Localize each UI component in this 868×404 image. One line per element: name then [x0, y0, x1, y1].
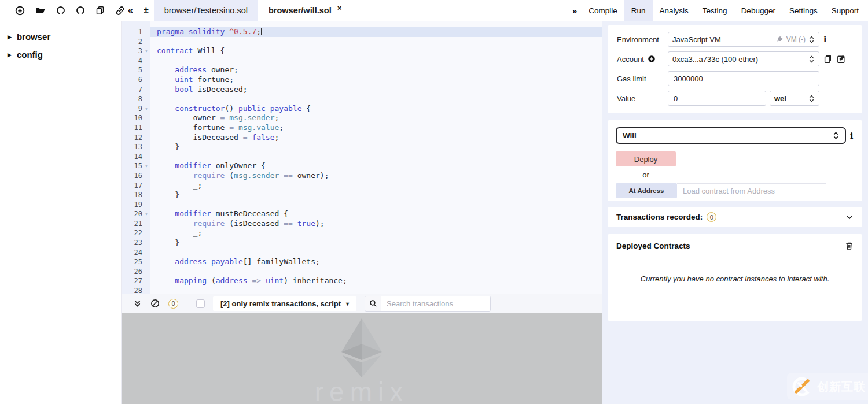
line-number: 27 [122, 276, 142, 286]
menu-item-run[interactable]: Run [624, 0, 653, 21]
menu-item-testing[interactable]: Testing [696, 0, 734, 21]
environment-info-icon[interactable]: i [823, 35, 826, 44]
brand-watermark: 创新互联 [787, 373, 868, 400]
tab-Testersino.sol[interactable]: browser/Testersino.sol [154, 0, 258, 21]
code-line-20[interactable]: 20▾ modifier mustBeDeceased { [122, 209, 602, 219]
code-text [150, 200, 157, 210]
line-number: 9 [122, 104, 142, 114]
account-select[interactable]: 0xca3...a733c (100 ether) [668, 51, 819, 66]
code-line-7[interactable]: 7 bool isDeceased; [122, 85, 602, 95]
environment-select[interactable]: JavaScript VM VM (-) [668, 32, 819, 47]
tab-will.sol[interactable]: browser/will.sol× [258, 0, 352, 21]
listen-network-checkbox[interactable] [196, 299, 205, 308]
top-menu-wrap: » CompileRunAnalysisTestingDebuggerSetti… [572, 0, 866, 21]
clear-console-icon[interactable] [150, 299, 160, 308]
add-account-icon[interactable] [648, 55, 656, 63]
contract-select[interactable]: Will [616, 127, 846, 144]
code-text: require (msg.sender == owner); [150, 171, 329, 181]
code-line-24[interactable]: 24 [122, 248, 602, 258]
sign-message-icon[interactable] [837, 54, 846, 64]
code-text: isDeceased = false; [150, 133, 279, 143]
code-line-2[interactable]: 2 [122, 37, 602, 47]
code-editor[interactable]: 1pragma solidity ^0.5.7;23▾contract Will… [122, 21, 602, 294]
value-row: Value wei [617, 88, 856, 108]
contract-info-icon[interactable]: i [850, 131, 853, 140]
code-line-3[interactable]: 3▾contract Will { [122, 46, 602, 56]
code-line-12[interactable]: 12 isDeceased = false; [122, 133, 602, 143]
sidebar-item-config[interactable]: ▶config [0, 46, 121, 64]
at-address-input[interactable] [677, 183, 826, 198]
sidebar-item-browser[interactable]: ▶browser [0, 28, 121, 46]
menu-item-settings[interactable]: Settings [782, 0, 825, 21]
code-line-22[interactable]: 22 _; [122, 228, 602, 238]
plus-circle-icon[interactable] [15, 6, 25, 16]
code-line-27[interactable]: 27 mapping (address => uint) inheritance… [122, 276, 602, 286]
code-text: mapping (address => uint) inheritance; [150, 276, 347, 286]
fold-spacer [142, 219, 150, 229]
fold-spacer [142, 65, 150, 75]
copy-account-icon[interactable] [823, 54, 833, 64]
gas-limit-input[interactable] [668, 71, 819, 86]
line-number: 22 [122, 228, 142, 238]
line-number: 7 [122, 85, 142, 95]
chevron-down-icon[interactable] [845, 213, 854, 221]
menu-item-support[interactable]: Support [825, 0, 866, 21]
terminal-filter-dropdown[interactable]: [2] only remix transactions, script ▾ [213, 296, 356, 311]
code-line-17[interactable]: 17 _; [122, 181, 602, 191]
code-line-13[interactable]: 13 } [122, 142, 602, 152]
code-line-26[interactable]: 26 [122, 267, 602, 277]
tabs-container: browser/Testersino.solbrowser/will.sol× [154, 0, 352, 21]
fold-caret-icon[interactable]: ▾ [142, 209, 150, 219]
code-line-1[interactable]: 1pragma solidity ^0.5.7; [122, 27, 602, 37]
copy-files-icon[interactable] [95, 6, 105, 15]
fold-caret-icon[interactable]: ▾ [142, 161, 150, 171]
gist-publish-icon[interactable] [76, 6, 85, 15]
fold-spacer [142, 27, 150, 37]
search-transactions-input[interactable] [381, 296, 490, 311]
code-line-14[interactable]: 14 [122, 152, 602, 162]
fold-caret-icon[interactable]: ▾ [142, 104, 150, 114]
deploy-button[interactable]: Deploy [616, 151, 676, 166]
code-line-19[interactable]: 19 [122, 200, 602, 210]
collapse-file-panel-icon[interactable]: « [128, 5, 133, 16]
code-line-8[interactable]: 8 [122, 94, 602, 104]
brand-logo-icon [791, 376, 813, 398]
terminal-expand-icon[interactable] [133, 299, 142, 308]
code-line-23[interactable]: 23 } [122, 238, 602, 248]
value-unit-select[interactable]: wei [770, 91, 819, 106]
code-text: _; [150, 228, 202, 238]
code-line-15[interactable]: 15▾ modifier onlyOwner { [122, 161, 602, 171]
code-line-21[interactable]: 21 require (isDeceased == true); [122, 219, 602, 229]
line-number: 18 [122, 190, 142, 200]
terminal-divider [183, 298, 183, 309]
code-line-6[interactable]: 6 uint fortune; [122, 75, 602, 85]
no-instances-message: Currently you have no contract instances… [616, 275, 854, 283]
search-icon [365, 296, 381, 312]
font-size-icon[interactable]: ± [144, 5, 149, 16]
folder-open-icon[interactable] [35, 6, 46, 15]
code-line-11[interactable]: 11 fortune = msg.value; [122, 123, 602, 133]
menu-item-analysis[interactable]: Analysis [653, 0, 696, 21]
code-line-10[interactable]: 10 owner = msg.sender; [122, 113, 602, 123]
terminal-filter-label: [2] only remix transactions, script [220, 299, 341, 308]
code-line-4[interactable]: 4 [122, 56, 602, 66]
at-address-button[interactable]: At Address [616, 183, 677, 198]
gist-import-icon[interactable] [56, 6, 65, 15]
account-label: Account [617, 55, 644, 64]
fold-spacer [142, 123, 150, 133]
fold-caret-icon[interactable]: ▾ [142, 46, 150, 56]
trash-icon[interactable] [845, 242, 854, 250]
menu-item-debugger[interactable]: Debugger [734, 0, 782, 21]
tab-close-icon[interactable]: × [337, 3, 342, 12]
line-number: 1 [122, 27, 142, 37]
value-input[interactable] [668, 91, 766, 106]
code-line-9[interactable]: 9▾ constructor() public payable { [122, 104, 602, 114]
code-line-28[interactable]: 28 [122, 286, 602, 294]
code-line-16[interactable]: 16 require (msg.sender == owner); [122, 171, 602, 181]
line-number: 10 [122, 113, 142, 123]
menu-item-compile[interactable]: Compile [582, 0, 624, 21]
code-line-18[interactable]: 18 } [122, 190, 602, 200]
expand-menu-icon[interactable]: » [572, 6, 577, 16]
code-line-25[interactable]: 25 address payable[] familyWallets; [122, 257, 602, 267]
code-line-5[interactable]: 5 address owner; [122, 65, 602, 75]
